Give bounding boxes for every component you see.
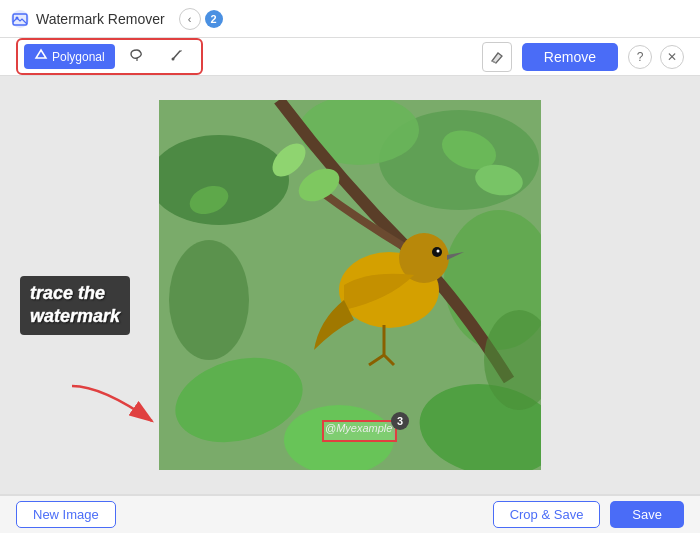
new-image-button[interactable]: New Image (16, 501, 116, 528)
svg-point-5 (171, 58, 174, 61)
help-button[interactable]: ? (628, 45, 652, 69)
polygonal-tool-button[interactable]: Polygonal (24, 44, 115, 69)
lasso-tool-button[interactable] (119, 43, 155, 70)
main-image: @Myexample 3 (159, 100, 541, 470)
polygonal-icon (34, 48, 48, 65)
svg-point-25 (169, 240, 249, 360)
selection-tools-group: Polygonal (16, 38, 203, 75)
image-container[interactable]: @Myexample 3 (159, 100, 541, 470)
brush-tool-button[interactable] (159, 43, 195, 70)
titlebar: Watermark Remover ‹ 2 (0, 0, 700, 38)
nav-buttons: ‹ 2 (179, 8, 223, 30)
title-left: Watermark Remover ‹ 2 (10, 8, 223, 30)
svg-point-21 (437, 250, 440, 253)
window-buttons: ? ✕ (628, 45, 684, 69)
footer-right-actions: Crop & Save Save (493, 501, 684, 528)
toolbar: Polygonal (0, 38, 700, 76)
lasso-icon (129, 47, 145, 66)
step2-badge: 2 (205, 10, 223, 28)
eraser-icon (489, 49, 505, 65)
app-title: Watermark Remover (36, 11, 165, 27)
erase-button[interactable] (482, 42, 512, 72)
remove-button[interactable]: Remove (522, 43, 618, 71)
trace-annotation: trace the watermark (20, 276, 130, 335)
close-button[interactable]: ✕ (660, 45, 684, 69)
footer-bar: New Image Crop & Save Save (0, 495, 700, 533)
polygonal-label: Polygonal (52, 50, 105, 64)
bird-scene-svg (159, 100, 541, 470)
app-logo-icon (10, 9, 30, 29)
step3-badge: 3 (391, 412, 409, 430)
save-button[interactable]: Save (610, 501, 684, 528)
back-button[interactable]: ‹ (179, 8, 201, 30)
watermark-text: @Myexample (322, 420, 395, 436)
brush-icon (169, 47, 185, 66)
svg-marker-3 (36, 50, 46, 58)
toolbar-actions: Remove ? ✕ (482, 42, 684, 72)
annotation-arrow (62, 376, 172, 440)
crop-save-button[interactable]: Crop & Save (493, 501, 601, 528)
main-canvas-area: trace the watermark (0, 76, 700, 494)
